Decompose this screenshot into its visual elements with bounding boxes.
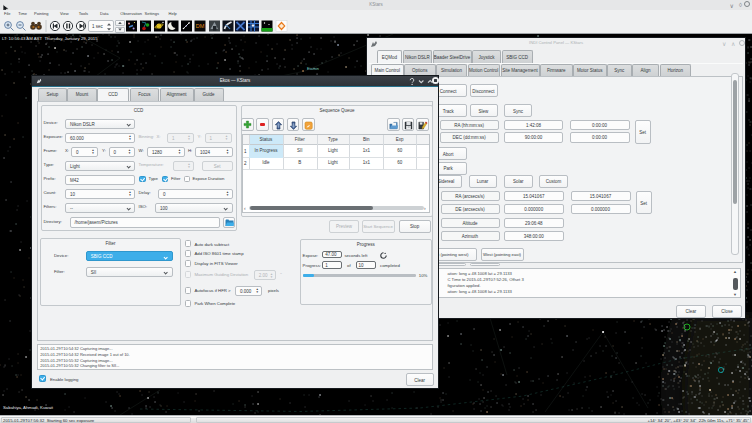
svg-text:DM: DM [196,23,205,29]
